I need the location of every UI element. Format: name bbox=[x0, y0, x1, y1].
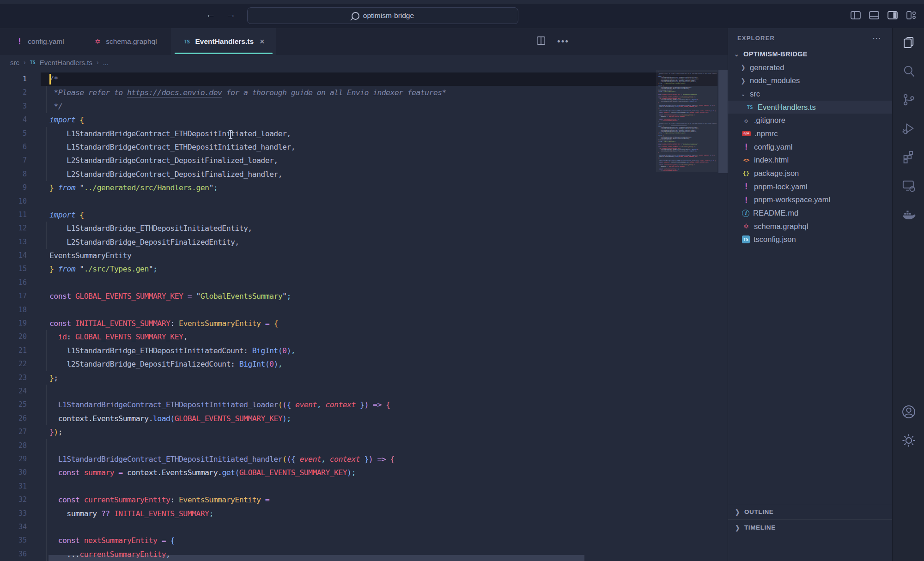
code-line-31[interactable] bbox=[41, 480, 717, 493]
code-line-15[interactable]: } from "./src/Types.gen"; bbox=[41, 262, 717, 276]
code-line-7[interactable]: L2StandardBridgeContract_DepositFinalize… bbox=[41, 154, 717, 167]
line-number[interactable]: 27 bbox=[0, 425, 41, 439]
code-line-5[interactable]: L1StandardBridgeContract_ETHDepositIniti… bbox=[41, 127, 717, 140]
line-number[interactable]: 29 bbox=[0, 452, 41, 466]
back-arrow-icon[interactable]: ← bbox=[206, 8, 216, 20]
code-editor[interactable]: 1234567891011121314151617181920212223242… bbox=[0, 70, 728, 561]
line-number[interactable]: 32 bbox=[0, 493, 41, 507]
code-line-19[interactable]: const INITIAL_EVENTS_SUMMARY: EventsSumm… bbox=[41, 317, 717, 330]
minimap-slider[interactable] bbox=[656, 70, 717, 172]
code-line-22[interactable]: l2StandardBridge_DepositFinalizedCount: … bbox=[41, 357, 717, 371]
code-line-17[interactable]: const GLOBAL_EVENTS_SUMMARY_KEY = "Globa… bbox=[41, 290, 717, 303]
line-number[interactable]: 4 bbox=[0, 113, 41, 127]
tree-item-.npmrc[interactable]: npm.npmrc bbox=[728, 127, 892, 140]
code-line-24[interactable] bbox=[41, 385, 717, 398]
code-line-11[interactable]: import { bbox=[41, 208, 717, 222]
code-line-12[interactable]: L1StandardBridge_ETHDepositInitiatedEnti… bbox=[41, 222, 717, 235]
line-number[interactable]: 17 bbox=[0, 290, 41, 303]
tree-item-EventHandlers.ts[interactable]: TSEventHandlers.ts bbox=[728, 101, 892, 114]
line-number[interactable]: 22 bbox=[0, 357, 41, 371]
breadcrumb-src[interactable]: src bbox=[10, 59, 19, 66]
tree-item-README.md[interactable]: iREADME.md bbox=[728, 206, 892, 220]
docker-icon[interactable] bbox=[893, 200, 924, 229]
search-view-icon[interactable] bbox=[893, 57, 924, 85]
code-line-4[interactable]: import { bbox=[41, 113, 717, 127]
forward-arrow-icon[interactable]: → bbox=[226, 8, 236, 20]
code-line-21[interactable]: l1StandardBridge_ETHDepositInitiatedCoun… bbox=[41, 344, 717, 357]
code-line-25[interactable]: L1StandardBridgeContract_ETHDepositIniti… bbox=[41, 398, 717, 411]
line-number[interactable]: 18 bbox=[0, 303, 41, 317]
code-line-35[interactable]: const nextSummaryEntity = { bbox=[41, 534, 717, 547]
timeline-section[interactable]: ❯ TIMELINE bbox=[728, 519, 892, 535]
line-number[interactable]: 3 bbox=[0, 100, 41, 113]
tree-item-node_modules[interactable]: ❯node_modules bbox=[728, 74, 892, 87]
line-number[interactable]: 11 bbox=[0, 208, 41, 222]
line-number[interactable]: 23 bbox=[0, 371, 41, 385]
tab-config.yaml[interactable]: !config.yaml bbox=[0, 28, 79, 55]
line-number[interactable]: 19 bbox=[0, 317, 41, 330]
outline-section[interactable]: ❯ OUTLINE bbox=[728, 504, 892, 519]
tab-EventHandlers.ts[interactable]: TSEventHandlers.ts× bbox=[171, 28, 276, 55]
line-number[interactable]: 12 bbox=[0, 222, 41, 235]
vertical-scrollbar[interactable] bbox=[718, 70, 728, 173]
line-number[interactable]: 28 bbox=[0, 439, 41, 452]
line-number[interactable]: 14 bbox=[0, 249, 41, 262]
explorer-view-icon[interactable] bbox=[893, 28, 924, 57]
line-number[interactable]: 5 bbox=[0, 127, 41, 140]
line-number[interactable]: 36 bbox=[0, 548, 41, 561]
line-number[interactable]: 20 bbox=[0, 330, 41, 344]
tree-item-config.yaml[interactable]: !config.yaml bbox=[728, 140, 892, 154]
line-number[interactable]: 13 bbox=[0, 235, 41, 249]
code-line-1[interactable]: /* bbox=[41, 72, 717, 86]
customize-layout-icon[interactable] bbox=[906, 10, 917, 21]
line-number[interactable]: 34 bbox=[0, 520, 41, 534]
toggle-panel-bottom-icon[interactable] bbox=[869, 10, 880, 21]
line-number[interactable]: 31 bbox=[0, 480, 41, 493]
code-line-2[interactable]: *Please refer to https://docs.envio.dev … bbox=[41, 86, 717, 99]
line-number[interactable]: 9 bbox=[0, 181, 41, 194]
tree-item-generated[interactable]: ❯generated bbox=[728, 61, 892, 74]
code-line-14[interactable]: EventsSummaryEntity bbox=[41, 249, 717, 262]
command-center-search[interactable]: optimism-bridge bbox=[247, 7, 518, 24]
settings-gear-icon[interactable] bbox=[893, 426, 924, 455]
code-line-34[interactable] bbox=[41, 520, 717, 534]
close-tab-icon[interactable]: × bbox=[260, 37, 265, 47]
line-number[interactable]: 25 bbox=[0, 398, 41, 411]
tree-item-index.html[interactable]: <>index.html bbox=[728, 154, 892, 167]
code-line-8[interactable]: L2StandardBridgeContract_DepositFinalize… bbox=[41, 168, 717, 181]
tree-item-pnpm-lock.yaml[interactable]: !pnpm-lock.yaml bbox=[728, 180, 892, 193]
line-number[interactable]: 1 bbox=[0, 72, 41, 86]
breadcrumb-symbol[interactable]: ... bbox=[103, 59, 109, 66]
tree-item-.gitignore[interactable]: ◇.gitignore bbox=[728, 114, 892, 127]
line-number[interactable]: 30 bbox=[0, 466, 41, 479]
code-line-30[interactable]: const summary = context.EventsSummary.ge… bbox=[41, 466, 717, 479]
tree-item-tsconfig.json[interactable]: TStsconfig.json bbox=[728, 233, 892, 247]
line-number[interactable]: 15 bbox=[0, 262, 41, 276]
code-line-32[interactable]: const currentSummaryEntity: EventsSummar… bbox=[41, 493, 717, 507]
account-icon[interactable] bbox=[893, 398, 924, 426]
line-number[interactable]: 8 bbox=[0, 168, 41, 181]
run-debug-icon[interactable] bbox=[893, 114, 924, 143]
explorer-more-icon[interactable]: ⋯ bbox=[872, 33, 882, 43]
line-number[interactable]: 7 bbox=[0, 154, 41, 167]
line-number[interactable]: 24 bbox=[0, 385, 41, 398]
code-lines[interactable]: /* *Please refer to https://docs.envio.d… bbox=[41, 72, 717, 561]
code-line-20[interactable]: id: GLOBAL_EVENTS_SUMMARY_KEY, bbox=[41, 330, 717, 344]
line-number[interactable]: 10 bbox=[0, 195, 41, 208]
code-line-6[interactable]: L1StandardBridgeContract_ETHDepositIniti… bbox=[41, 140, 717, 154]
breadcrumb-file[interactable]: EventHandlers.ts bbox=[40, 59, 92, 66]
tree-root-optimism-bridge[interactable]: ⌄OPTIMISM-BRIDGE bbox=[728, 48, 892, 61]
code-line-10[interactable] bbox=[41, 195, 717, 208]
tree-item-schema.graphql[interactable]: ✡schema.graphql bbox=[728, 220, 892, 233]
remote-explorer-icon[interactable] bbox=[893, 171, 924, 200]
code-line-28[interactable] bbox=[41, 439, 717, 452]
code-line-9[interactable]: } from "../generated/src/Handlers.gen"; bbox=[41, 181, 717, 194]
line-number[interactable]: 33 bbox=[0, 507, 41, 520]
code-line-16[interactable] bbox=[41, 276, 717, 290]
tree-item-src[interactable]: ⌄src bbox=[728, 87, 892, 101]
code-line-27[interactable]: }); bbox=[41, 425, 717, 439]
tree-item-package.json[interactable]: {}package.json bbox=[728, 167, 892, 180]
line-number[interactable]: 26 bbox=[0, 412, 41, 425]
code-line-18[interactable] bbox=[41, 303, 717, 317]
more-actions-icon[interactable]: ••• bbox=[557, 36, 569, 47]
